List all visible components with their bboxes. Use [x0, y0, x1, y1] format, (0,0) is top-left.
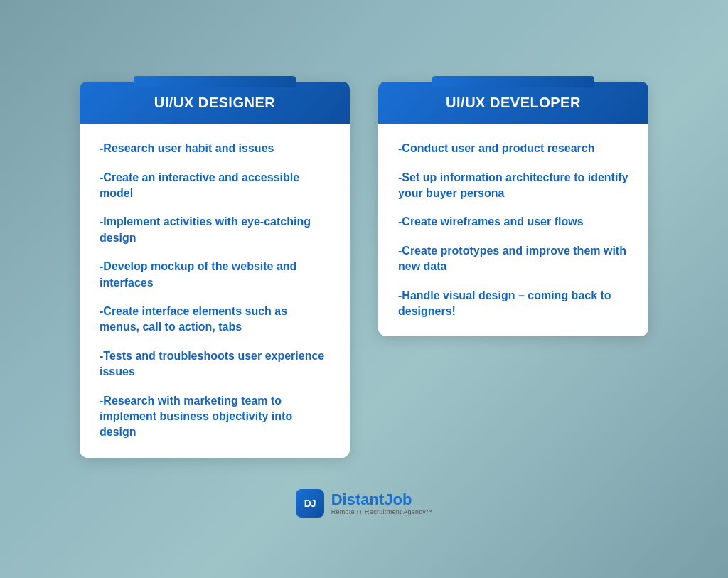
logo-area: DJ DistantJob Remote IT Recruitment Agen… — [296, 489, 433, 518]
logo-name: DistantJob — [331, 491, 433, 508]
logo-text: DistantJob Remote IT Recruitment Agency™ — [331, 491, 433, 515]
developer-title: UI/UX DEVELOPER — [395, 95, 631, 111]
cards-container: UI/UX DESIGNER -Research user habit and … — [37, 53, 691, 471]
designer-title: UI/UX DESIGNER — [97, 95, 333, 111]
logo-tagline: Remote IT Recruitment Agency™ — [331, 508, 433, 515]
list-item: -Implement activities with eye-catching … — [100, 214, 330, 246]
list-item: -Create prototypes and improve them with… — [398, 243, 628, 275]
designer-card-header: UI/UX DESIGNER — [80, 82, 350, 124]
designer-card-body: -Research user habit and issues -Create … — [80, 124, 350, 457]
developer-card-body: -Conduct user and product research -Set … — [378, 124, 648, 336]
list-item: -Research user habit and issues — [100, 141, 330, 156]
logo-icon: DJ — [296, 489, 324, 518]
list-item: -Research with marketing team to impleme… — [100, 393, 330, 441]
list-item: -Create wireframes and user flows — [398, 214, 628, 230]
logo-name-part1: Distant — [331, 491, 385, 508]
list-item: -Develop mockup of the website and inter… — [100, 259, 330, 291]
list-item: -Create interface elements such as menus… — [100, 304, 330, 336]
developer-card-header: UI/UX DEVELOPER — [378, 82, 648, 124]
list-item: -Tests and troubleshoots user experience… — [100, 348, 330, 380]
list-item: -Set up information architecture to iden… — [398, 170, 628, 202]
logo-name-part2: Job — [384, 491, 412, 508]
list-item: -Create an interactive and accessible mo… — [100, 170, 330, 202]
list-item: -Conduct user and product research — [398, 141, 628, 156]
developer-card: UI/UX DEVELOPER -Conduct user and produc… — [378, 82, 648, 336]
list-item: -Handle visual design – coming back to d… — [398, 288, 628, 320]
designer-card: UI/UX DESIGNER -Research user habit and … — [80, 82, 350, 457]
